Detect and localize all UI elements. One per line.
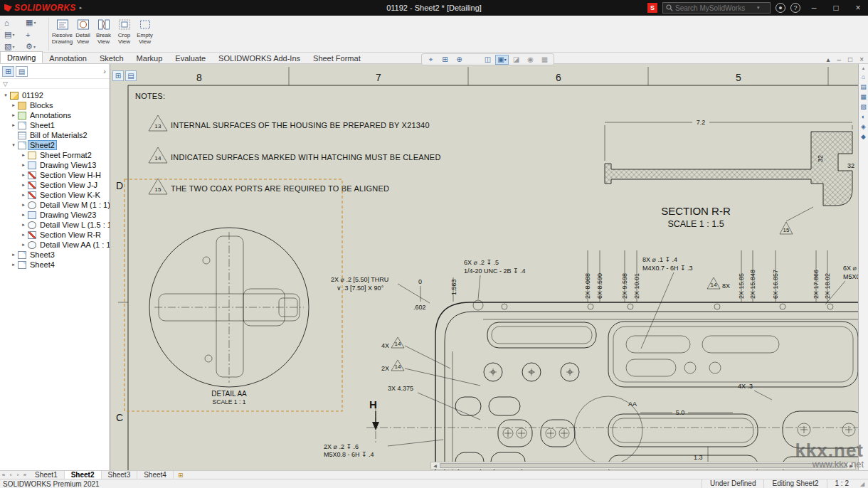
panel-collapse-icon[interactable]: › — [103, 67, 107, 75]
expand-icon[interactable]: ▸ — [20, 152, 27, 158]
crop-view-button[interactable]: Crop View — [114, 16, 134, 52]
detail-aa-view[interactable]: DETAIL AA SCALE 1 : 1 — [149, 228, 309, 405]
tree-item-section-view-kk[interactable]: ▸ Section View K-K — [0, 190, 110, 200]
tree-item-detail-view-m[interactable]: ▸ Detail View M (1 : 1) — [0, 200, 110, 210]
zoom-to-fit-icon[interactable]: ⌖ — [424, 55, 438, 65]
mysolidworks-icon[interactable]: S — [647, 3, 657, 13]
expand-icon[interactable]: ▸ — [20, 182, 27, 188]
tab-drawing[interactable]: Drawing — [0, 51, 43, 63]
design-library-icon[interactable]: ▤ — [860, 84, 867, 90]
tree-item-sheet1[interactable]: ▸ Sheet1 — [0, 120, 110, 130]
resolve-drawing-button[interactable]: Resolve Drawing — [52, 16, 73, 52]
print-caret-icon[interactable]: ▾ — [12, 44, 14, 49]
expand-icon[interactable]: ▸ — [20, 232, 27, 238]
tree-item-section-view-jj[interactable]: ▸ Section View J-J — [0, 180, 110, 190]
attach-button[interactable]: + — [24, 28, 46, 41]
sheet-tab-sheet3[interactable]: Sheet3 — [102, 471, 138, 479]
tree-item-drawing-view13[interactable]: ▸ Drawing View13 — [0, 160, 110, 170]
expand-icon[interactable]: ▸ — [10, 102, 17, 108]
section-rr-view[interactable]: 7.2 32 32 15 SECTION R-R SCALE 1 : 1.5 — [605, 119, 854, 234]
tree-item-sheet4[interactable]: ▸ Sheet4 — [0, 260, 110, 270]
display-style-icon[interactable]: ◪ — [509, 55, 523, 65]
search-box[interactable]: ▾ — [662, 2, 771, 14]
tree-item-sheet2[interactable]: ▾ Sheet2 — [0, 140, 110, 150]
save-button[interactable]: ▦▾ — [24, 16, 46, 28]
dimensions[interactable]: 2X ⌀ .2 [5.50] THRU ∨ .3 [7.50] X 90° 0 … — [324, 250, 858, 462]
solidworks-resources-icon[interactable]: ⌂ — [862, 74, 865, 80]
pin-ribbon-icon[interactable]: ▴ — [827, 55, 830, 63]
scrollbar-thumb[interactable] — [440, 463, 847, 468]
section-view-icon[interactable]: ◫ — [481, 55, 494, 65]
expand-icon[interactable]: ▸ — [20, 202, 27, 208]
expand-icon[interactable]: ▸ — [20, 222, 27, 228]
forum-icon[interactable]: ◆ — [861, 134, 866, 140]
zoom-icon[interactable]: ⊕ — [452, 55, 466, 65]
tree-item-bill-of-materials2[interactable]: Bill of Materials2 — [0, 130, 110, 140]
view-orientation-icon[interactable]: ▣▾ — [495, 55, 509, 65]
tree-item-drawing-view23[interactable]: ▸ Drawing View23 — [0, 210, 110, 220]
tab-sketch[interactable]: Sketch — [93, 53, 130, 63]
detail-view-button[interactable]: Detail View — [73, 16, 93, 52]
tree-filter-row[interactable]: ▽ — [0, 79, 110, 89]
tab-solidworks-add-ins[interactable]: SOLIDWORKS Add-Ins — [212, 53, 307, 63]
tree-item-sheet-format2[interactable]: ▸ Sheet Format2 — [0, 150, 110, 160]
feature-manager-tree-tab[interactable]: ⊞ — [2, 66, 14, 77]
app-menu-caret-icon[interactable]: ▸ — [80, 5, 83, 11]
tree-item-annotations[interactable]: ▸ Annotations — [0, 110, 110, 120]
horizontal-scrollbar[interactable]: ◀ ▶ — [430, 462, 856, 470]
home-button[interactable]: ⌂ — [3, 16, 24, 28]
user-account-icon[interactable]: ● — [776, 3, 785, 13]
selected-view-boundary[interactable] — [125, 179, 342, 411]
expand-icon[interactable]: ▸ — [10, 252, 17, 258]
sheet-tab-sheet4[interactable]: Sheet4 — [137, 471, 174, 479]
expand-icon[interactable]: ▸ — [20, 192, 27, 198]
previous-view-icon[interactable] — [467, 55, 480, 65]
sheet-tab-sheet2[interactable]: Sheet2 — [65, 471, 102, 479]
nav-first-icon[interactable]: « — [0, 471, 7, 479]
expand-icon[interactable]: ▸ — [20, 212, 27, 218]
doc-restore-button[interactable]: □ — [848, 55, 852, 63]
tree-item-detail-view-aa[interactable]: ▸ Detail View AA (1 : 1) — [0, 240, 110, 250]
scroll-left-icon[interactable]: ◀ — [431, 463, 439, 468]
tree-item-blocks[interactable]: ▸ Blocks — [0, 100, 110, 110]
new-caret-icon[interactable]: ▾ — [12, 32, 14, 37]
file-explorer-icon[interactable]: ▦ — [860, 94, 867, 100]
maximize-button[interactable]: □ — [827, 0, 845, 16]
status-sheet-scale[interactable]: 1 : 2 — [827, 479, 857, 488]
help-icon[interactable]: ? — [790, 3, 800, 13]
tree-item-section-view-rr[interactable]: ▸ Section View R-R — [0, 230, 110, 240]
notes-block[interactable]: NOTES: 13 INTERNAL SURFACES OF THE HOUSI… — [135, 92, 441, 194]
expand-icon[interactable]: ▸ — [20, 172, 27, 178]
expand-icon[interactable]: ▸ — [20, 242, 27, 248]
tree-item-detail-view-l[interactable]: ▸ Detail View L (1.5 : 1) — [0, 220, 110, 230]
view-orientation-caret-icon[interactable]: ▾ — [504, 57, 507, 62]
nav-prev-icon[interactable]: ‹ — [7, 471, 14, 479]
doc-minimize-button[interactable]: – — [837, 55, 842, 63]
pane-tree-icon[interactable]: ⊞ — [112, 70, 124, 81]
hide-show-items-icon[interactable]: ◉ — [524, 55, 537, 65]
pane-display-icon[interactable]: ▤ — [125, 70, 137, 81]
new-document-button[interactable]: ▤▾ — [3, 28, 24, 41]
scroll-right-icon[interactable]: ▶ — [847, 463, 855, 468]
expand-icon[interactable]: ▸ — [20, 162, 27, 168]
property-manager-tab[interactable]: ▤ — [16, 66, 28, 77]
zoom-to-area-icon[interactable]: ⊞ — [438, 55, 452, 65]
add-sheet-icon[interactable]: ⊞ — [174, 472, 184, 479]
app-menu[interactable]: SOLIDWORKS ▸ — [4, 3, 82, 13]
nav-last-icon[interactable]: » — [21, 471, 28, 479]
view-palette-icon[interactable]: ▧ — [860, 104, 867, 110]
tree-item-root[interactable]: ▾ 01192 — [0, 90, 110, 100]
sheet-tab-sheet1[interactable]: Sheet1 — [28, 471, 65, 479]
tab-evaluate[interactable]: Evaluate — [169, 53, 212, 63]
main-drawing-view[interactable] — [366, 300, 858, 470]
break-view-button[interactable]: Break View — [93, 16, 114, 52]
graphics-area[interactable]: 8 7 6 5 D C NOTES: 13 INTERNAL SURFACES … — [110, 64, 858, 470]
expand-icon[interactable]: ▸ — [10, 112, 17, 118]
nav-next-icon[interactable]: › — [14, 471, 21, 479]
appearances-scenes-icon[interactable]: ◐ — [862, 114, 865, 120]
tab-sheet-format[interactable]: Sheet Format — [307, 53, 367, 63]
search-input[interactable] — [675, 4, 755, 12]
search-caret-icon[interactable]: ▾ — [757, 5, 760, 11]
expand-icon[interactable]: ▾ — [2, 92, 9, 98]
expand-icon[interactable]: ▸ — [10, 122, 17, 128]
